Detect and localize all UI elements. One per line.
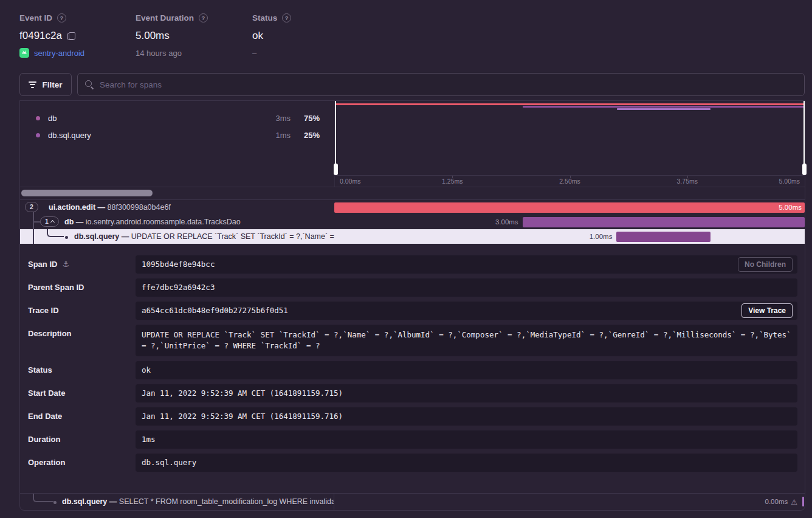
status-column: Status ? ok – [252, 12, 291, 58]
help-icon[interactable]: ? [57, 13, 66, 22]
span-duration-bar[interactable] [616, 232, 710, 242]
zero-duration-span-bar[interactable] [802, 497, 804, 506]
op-desc-separator: — [109, 497, 117, 506]
event-id-label: Event ID [19, 13, 52, 22]
event-duration-label: Event Duration [136, 13, 194, 22]
collapse-pill[interactable]: 1 [40, 216, 59, 227]
spans-toolbar: Filter [19, 73, 805, 96]
parent-span-id-value: ffe7dbc92a6942c3 [142, 283, 215, 292]
horizontal-scroll-track[interactable] [20, 187, 805, 199]
search-input[interactable] [100, 80, 797, 89]
anchor-icon[interactable]: ⚓ [62, 260, 69, 274]
span-status-value: ok [142, 365, 151, 375]
start-date-value-box: Jan 11, 2022 9:52:39 AM CET (1641891159.… [136, 384, 797, 402]
minimap-right-handle[interactable] [803, 101, 805, 175]
op-duration: 1ms [260, 131, 291, 140]
span-duration-bar[interactable] [523, 217, 805, 227]
span-row-db-sql-query-select[interactable]: db.sql.query — SELECT * FROM room_table_… [20, 493, 805, 510]
detail-label: Operation [28, 458, 65, 472]
event-header: Event ID ? f0491c2a sentry-android Event… [19, 12, 793, 63]
project-link[interactable]: sentry-android [19, 47, 84, 58]
no-children-button[interactable]: No Children [738, 257, 793, 272]
span-id-value: 1095bd4ef8e94bcc [142, 260, 215, 269]
op-desc-separator: — [98, 203, 106, 212]
tree-elbow-connector [47, 229, 64, 237]
span-desc: SELECT * FROM room_table_modification_lo… [119, 497, 334, 506]
span-row-db[interactable]: 1 db — io.sentry.android.roomsample.data… [20, 215, 805, 229]
event-id-value: f0491c2a [19, 30, 62, 42]
op-percent: 75% [291, 114, 320, 123]
span-duration-value: 1ms [142, 435, 156, 444]
span-row-db-sql-query-selected[interactable]: db.sql.query — UPDATE OR REPLACE `Track`… [20, 229, 805, 244]
axis-label: 0.00ms [340, 177, 360, 186]
description-value-box: UPDATE OR REPLACE `Track` SET `TrackId` … [136, 325, 797, 356]
span-desc: UPDATE OR REPLACE `Track` SET `TrackId` … [131, 232, 334, 241]
span-duration-label: 5.00ms [779, 200, 802, 215]
horizontal-scrollbar[interactable] [21, 190, 153, 196]
detail-label: Start Date [28, 388, 65, 402]
detail-label: Trace ID [28, 306, 59, 320]
op-duration: 3ms [260, 114, 291, 123]
legend-row-db-sql-query[interactable]: db.sql.query 1ms 25% [20, 126, 334, 143]
tree-guide-line [33, 229, 34, 244]
operation-value-box: db.sql.query [136, 454, 797, 472]
legend-row-db[interactable]: db 3ms 75% [20, 109, 334, 126]
span-duration-bar[interactable] [334, 202, 805, 213]
span-op: db.sql.query [74, 232, 119, 241]
operation-value: db.sql.query [142, 458, 196, 467]
op-name: db [48, 114, 260, 123]
view-trace-button[interactable]: View Trace [741, 303, 793, 318]
help-icon[interactable]: ? [199, 13, 208, 22]
trace-id-value-box: a654cc61dc0b48ef9d0b27275b6f0d51 View Tr… [136, 302, 797, 320]
duration-value-box: 1ms [136, 430, 797, 449]
span-desc: io.sentry.android.roomsample.data.Tracks… [86, 218, 241, 226]
drag-grip-icon[interactable] [802, 164, 807, 175]
minimap-span-bar [523, 106, 805, 108]
minimap-left-handle[interactable] [335, 101, 336, 175]
project-name: sentry-android [34, 49, 84, 58]
search-icon [85, 80, 94, 89]
axis-label: 5.00ms [779, 177, 800, 186]
detail-label: Duration [28, 435, 60, 449]
help-icon[interactable]: ? [282, 13, 291, 22]
axis-label: 1.25ms [442, 177, 463, 186]
span-row-ui-action-edit[interactable]: 2 ui.action.edit — 88f300998a0b4e6f 5.00… [20, 200, 805, 215]
filter-button-label: Filter [42, 80, 62, 89]
minimap-canvas[interactable] [335, 101, 805, 175]
filter-button[interactable]: Filter [19, 73, 72, 96]
children-count-pill[interactable]: 2 [25, 202, 38, 212]
op-color-dot [36, 133, 40, 137]
event-duration-value: 5.00ms [136, 30, 170, 42]
warning-icon: ⚠ [791, 499, 797, 506]
span-search [77, 73, 805, 96]
op-desc-separator: — [122, 232, 129, 241]
trace-id-value: a654cc61dc0b48ef9d0b27275b6f0d51 [142, 306, 288, 315]
detail-label: Description [28, 329, 72, 356]
status-sub: – [252, 47, 291, 58]
android-icon [19, 48, 29, 58]
tree-dot-icon [65, 236, 68, 239]
op-color-dot [36, 116, 40, 120]
operations-breakdown: db 3ms 75% db.sql.query 1ms 25% [20, 101, 334, 187]
copy-icon[interactable] [67, 32, 75, 40]
axis-label: 3.75ms [677, 177, 698, 186]
span-id-value-box: 1095bd4ef8e94bcc No Children [136, 255, 797, 274]
span-op: ui.action.edit [49, 203, 95, 212]
op-name: db.sql.query [48, 131, 260, 140]
detail-label: Span ID [28, 260, 57, 274]
event-duration-column: Event Duration ? 5.00ms 14 hours ago [136, 12, 208, 58]
detail-label: Status [28, 365, 52, 379]
span-desc: 88f300998a0b4e6f [108, 203, 171, 212]
minimap-span-bar [617, 108, 711, 110]
event-id-column: Event ID ? f0491c2a sentry-android [19, 12, 84, 58]
span-op: db.sql.query [62, 497, 107, 506]
status-value: ok [252, 30, 263, 42]
minimap-span-bar [335, 103, 805, 105]
drag-grip-icon[interactable] [334, 164, 338, 175]
status-value-box: ok [136, 361, 797, 379]
tree-dot-icon [53, 501, 57, 504]
trace-minimap-section: db 3ms 75% db.sql.query 1ms 25% [19, 100, 805, 200]
children-count: 1 [45, 217, 49, 226]
event-time-ago: 14 hours ago [136, 47, 208, 58]
status-label: Status [252, 13, 277, 22]
